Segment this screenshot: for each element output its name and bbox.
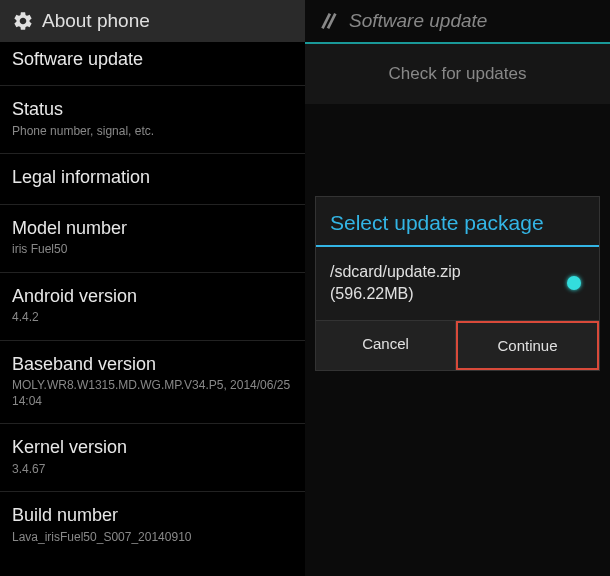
item-baseband-version[interactable]: Baseband version MOLY.WR8.W1315.MD.WG.MP… <box>0 341 305 425</box>
package-info: /sdcard/update.zip (596.22MB) <box>330 261 461 306</box>
item-sub: Phone number, signal, etc. <box>12 124 293 140</box>
check-updates-button[interactable]: Check for updates <box>305 44 610 104</box>
package-size: (596.22MB) <box>330 283 461 305</box>
dialog-title: Select update package <box>316 197 599 247</box>
item-title: Model number <box>12 217 293 240</box>
dialog-body[interactable]: /sdcard/update.zip (596.22MB) <box>316 247 599 320</box>
item-title: Software update <box>12 48 293 71</box>
item-title: Legal information <box>12 166 293 189</box>
about-phone-panel: About phone Software update Status Phone… <box>0 0 305 576</box>
cancel-button[interactable]: Cancel <box>316 321 456 370</box>
about-phone-header: About phone <box>0 0 305 42</box>
item-sub: MOLY.WR8.W1315.MD.WG.MP.V34.P5, 2014/06/… <box>12 378 293 409</box>
item-sub: 3.4.67 <box>12 462 293 478</box>
item-title: Baseband version <box>12 353 293 376</box>
gear-icon <box>12 10 34 32</box>
item-sub: Lava_irisFuel50_S007_20140910 <box>12 530 293 546</box>
check-button-label: Check for updates <box>389 64 527 83</box>
item-status[interactable]: Status Phone number, signal, etc. <box>0 86 305 154</box>
radio-selected-icon[interactable] <box>567 276 581 290</box>
software-update-panel: Software update Check for updates Select… <box>305 0 610 576</box>
select-package-dialog: Select update package /sdcard/update.zip… <box>315 196 600 371</box>
dialog-actions: Cancel Continue <box>316 320 599 370</box>
item-model-number[interactable]: Model number iris Fuel50 <box>0 205 305 273</box>
header-title: About phone <box>42 10 150 32</box>
item-build-number[interactable]: Build number Lava_irisFuel50_S007_201409… <box>0 492 305 559</box>
pencil-icon <box>317 10 339 32</box>
item-legal[interactable]: Legal information <box>0 154 305 204</box>
item-title: Build number <box>12 504 293 527</box>
software-update-header: Software update <box>305 0 610 44</box>
header-title: Software update <box>349 10 487 32</box>
item-title: Status <box>12 98 293 121</box>
cancel-label: Cancel <box>362 335 409 352</box>
continue-button[interactable]: Continue <box>456 321 599 370</box>
continue-label: Continue <box>497 337 557 354</box>
package-path: /sdcard/update.zip <box>330 261 461 283</box>
item-sub: iris Fuel50 <box>12 242 293 258</box>
item-title: Android version <box>12 285 293 308</box>
item-title: Kernel version <box>12 436 293 459</box>
item-software-update[interactable]: Software update <box>0 42 305 86</box>
item-kernel-version[interactable]: Kernel version 3.4.67 <box>0 424 305 492</box>
item-sub: 4.4.2 <box>12 310 293 326</box>
item-android-version[interactable]: Android version 4.4.2 <box>0 273 305 341</box>
